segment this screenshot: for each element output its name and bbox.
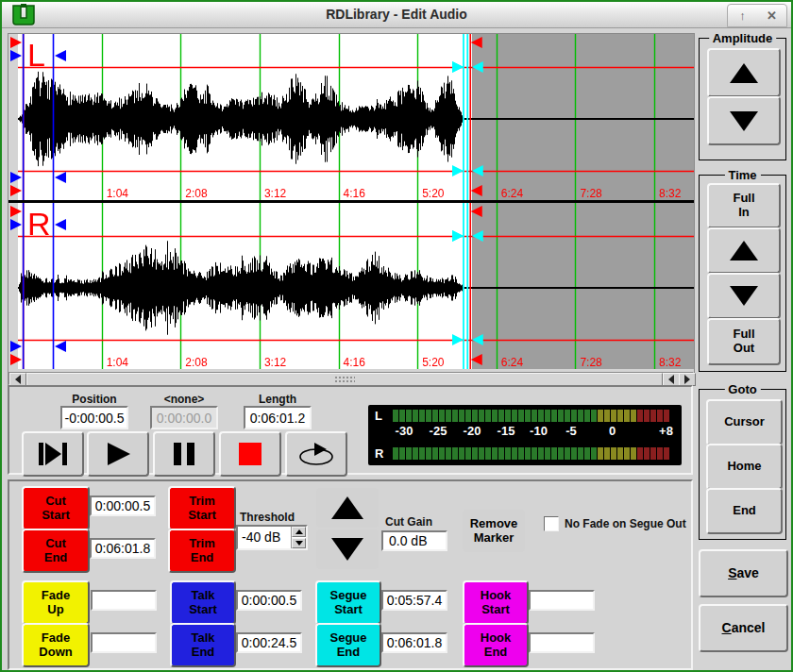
talk-start-button[interactable]: Talk Start [170, 580, 236, 625]
edit-audio-window: RDLibrary - Edit Audio ↑ ✕ Position <non… [0, 0, 793, 672]
amplitude-group: Amplitude [699, 38, 786, 160]
gain-up-button[interactable] [316, 488, 379, 528]
threshold-spin-buttons [291, 527, 306, 548]
meter-left-label: L [375, 409, 382, 423]
goto-cursor-button[interactable]: Cursor [706, 399, 783, 445]
remove-marker-button[interactable]: Remove Marker [463, 510, 525, 552]
overlap-field: 0:00:00.0 [150, 406, 218, 429]
shade-icon: ↑ [739, 8, 746, 23]
scroll-left-button[interactable] [9, 373, 26, 386]
cut-gain-field[interactable]: 0.0 dB [381, 530, 447, 551]
amplitude-down-button[interactable] [707, 96, 781, 145]
meter-right-segments [393, 447, 669, 460]
amplitude-up-button[interactable] [707, 48, 781, 97]
time-group-title: Time [724, 168, 760, 182]
shade-button[interactable]: ↑ [732, 8, 754, 25]
titlebar-buttons: ↑ ✕ [727, 4, 787, 27]
position-label: Position [51, 393, 138, 406]
save-button-label: Save [728, 565, 759, 580]
fade-down-field[interactable] [91, 632, 157, 653]
waveform-right-channel[interactable] [8, 203, 694, 369]
cancel-button-label: Cancel [722, 620, 766, 635]
no-fade-checkbox[interactable] [544, 516, 559, 531]
cut-end-field[interactable]: 0:06:01.8 [90, 538, 156, 559]
threshold-value: -40 dB [242, 529, 280, 545]
threshold-spin-up[interactable] [292, 527, 306, 537]
goto-home-button[interactable]: Home [706, 444, 783, 490]
threshold-spin-down[interactable] [292, 538, 306, 548]
audio-level-meter: L R -30-25-20-15-10-50+8 [368, 405, 682, 465]
waveform-left-channel[interactable] [8, 34, 694, 200]
hook-start-button[interactable]: Hook Start [463, 580, 529, 625]
gain-down-button[interactable] [316, 529, 379, 569]
scroll-right-icon [684, 375, 690, 384]
time-down-icon [730, 286, 758, 306]
scroll-right-button[interactable] [679, 373, 696, 386]
title-bar[interactable]: RDLibrary - Edit Audio ↑ ✕ [2, 2, 791, 28]
scrollbar-thumb[interactable] [26, 373, 663, 386]
up-arrow-icon [331, 496, 363, 519]
fade-up-button[interactable]: Fade Up [22, 580, 90, 625]
length-field[interactable]: 0:06:01.2 [244, 406, 312, 429]
time-zoom-in-button[interactable] [707, 227, 781, 274]
talk-end-button[interactable]: Talk End [170, 623, 236, 667]
hook-start-field[interactable] [529, 590, 595, 611]
segue-end-field[interactable]: 0:06:01.8 [381, 632, 447, 653]
play-icon [104, 441, 132, 467]
loop-icon [295, 441, 337, 467]
waveform-panel [8, 33, 695, 386]
pause-icon [171, 441, 197, 467]
goto-end-button[interactable]: End [706, 488, 783, 534]
cut-start-button[interactable]: Cut Start [22, 486, 90, 530]
trim-end-button[interactable]: Trim End [168, 529, 236, 573]
amplitude-group-title: Amplitude [709, 31, 777, 45]
meter-right-label: R [375, 446, 383, 461]
segue-start-button[interactable]: Segue Start [315, 580, 381, 625]
loop-button[interactable] [285, 431, 347, 477]
stop-icon [237, 441, 263, 467]
fade-down-button[interactable]: Fade Down [22, 623, 90, 667]
play-button[interactable] [87, 431, 149, 477]
time-group: Time Full In Full Out [699, 175, 786, 372]
amplitude-down-icon [730, 111, 758, 131]
spin-up-icon [295, 529, 303, 534]
talk-start-field[interactable]: 0:00:00.5 [236, 590, 302, 611]
scrollbar-grip [334, 376, 355, 383]
position-field[interactable]: -0:00:00.5 [60, 406, 128, 429]
hook-end-button[interactable]: Hook End [463, 623, 529, 667]
time-full-out-button[interactable]: Full Out [707, 318, 781, 365]
meter-left-segments [393, 410, 669, 422]
amplitude-up-icon [730, 63, 758, 83]
goto-group-title: Goto [724, 382, 760, 396]
save-button[interactable]: Save [699, 549, 788, 597]
trim-start-button[interactable]: Trim Start [168, 486, 236, 530]
scroll-left-icon-2 [668, 375, 674, 384]
talk-end-field[interactable]: 0:00:24.5 [236, 632, 302, 653]
scroll-left-button-2[interactable] [663, 373, 680, 386]
edit-panel: Cut Start 0:00:00.5 Cut End 0:06:01.8 Tr… [8, 479, 693, 670]
hook-end-field[interactable] [529, 632, 595, 653]
play-from-start-icon [36, 441, 70, 467]
fade-up-field[interactable] [91, 590, 157, 611]
transport-panel: Position <none> Length -0:00:00.5 0:00:0… [8, 385, 693, 475]
play-from-start-button[interactable] [22, 431, 84, 477]
stop-button[interactable] [219, 431, 281, 477]
down-arrow-icon [331, 538, 363, 561]
segue-end-button[interactable]: Segue End [315, 623, 381, 667]
goto-group: Goto Cursor Home End [699, 389, 786, 540]
pause-button[interactable] [153, 431, 215, 477]
spin-down-icon [295, 541, 303, 546]
cut-gain-label: Cut Gain [385, 515, 432, 529]
cut-start-field[interactable]: 0:00:00.5 [90, 496, 156, 516]
window-title: RDLibrary - Edit Audio [2, 7, 791, 22]
segue-start-field[interactable]: 0:05:57.4 [381, 590, 447, 611]
close-button[interactable]: ✕ [761, 8, 784, 25]
waveform-scrollbar[interactable] [8, 372, 694, 385]
meter-scale: -30-25-20-15-10-50+8 [393, 424, 676, 439]
cut-end-button[interactable]: Cut End [22, 529, 90, 573]
cancel-button[interactable]: Cancel [699, 604, 788, 652]
threshold-spinbox[interactable]: -40 dB [236, 525, 308, 550]
time-full-in-button[interactable]: Full In [707, 183, 781, 228]
time-up-icon [730, 241, 758, 260]
time-zoom-out-button[interactable] [707, 273, 781, 319]
